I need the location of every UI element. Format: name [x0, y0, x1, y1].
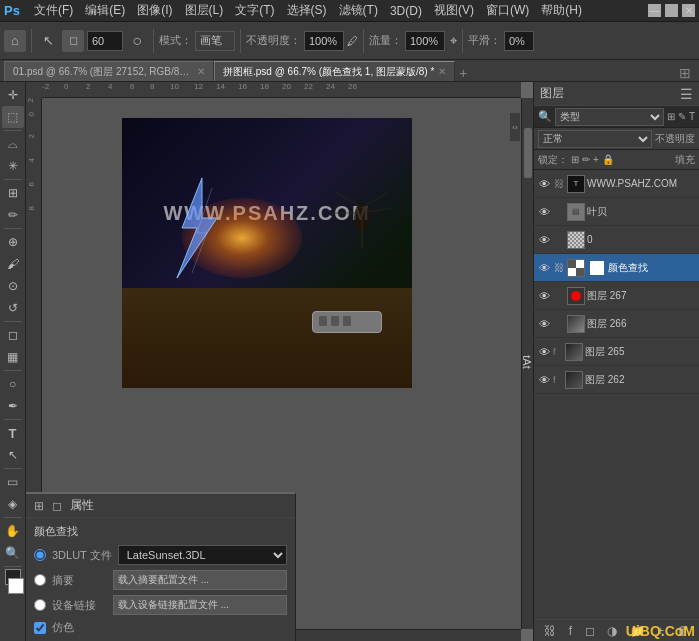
tool-text[interactable]: T [2, 422, 24, 444]
home-icon[interactable]: ⌂ [4, 30, 26, 52]
tool-shape[interactable]: ▭ [2, 471, 24, 493]
search-icon: 🔍 [538, 110, 552, 123]
opacity-icon[interactable]: 🖊 [347, 35, 358, 47]
tool-options[interactable]: ◻ [62, 30, 84, 52]
layers-filter-icon2[interactable]: ✎ [678, 111, 686, 122]
blend-mode-select[interactable]: 正常 [538, 130, 652, 148]
tool-heal[interactable]: ⊕ [2, 231, 24, 253]
lock-all-icon[interactable]: 🔒 [602, 154, 614, 165]
lock-position-icon[interactable]: + [593, 154, 599, 165]
layer-item-6[interactable]: 👁 f 图层 265 [534, 338, 699, 366]
layer-item-5[interactable]: 👁 图层 266 [534, 310, 699, 338]
menu-text[interactable]: 文字(T) [229, 2, 280, 19]
brush-size-input[interactable]: 60 [87, 31, 123, 51]
layer-item-7[interactable]: 👁 f 图层 262 [534, 366, 699, 394]
flow-value[interactable]: 100% [405, 31, 445, 51]
layer-2-chain[interactable] [553, 234, 565, 246]
mode-select[interactable]: 画笔 [195, 31, 235, 51]
ruler-n-18: 18 [260, 82, 269, 91]
tool-hand[interactable]: ✋ [2, 520, 24, 542]
layer-2-eye[interactable]: 👁 [537, 233, 551, 247]
tool-move[interactable]: ✛ [2, 84, 24, 106]
tool-eraser[interactable]: ◻ [2, 324, 24, 346]
tool-3d[interactable]: ◈ [2, 493, 24, 515]
layer-link-icon[interactable]: ⛓ [544, 624, 556, 638]
layer-item-1[interactable]: 👁 ▤ 叶贝 [534, 198, 699, 226]
tab-01psd[interactable]: 01.psd @ 66.7% (图层 27152, RGB/8#) * ✕ [4, 61, 214, 81]
layers-filter-icon1[interactable]: ⊞ [667, 111, 675, 122]
opacity-value[interactable]: 100% [304, 31, 344, 51]
minimize-button[interactable]: — [648, 4, 661, 17]
smooth-value[interactable]: 0% [504, 31, 534, 51]
layer-mask-icon[interactable]: ◻ [585, 624, 595, 638]
tool-stamp[interactable]: ⊙ [2, 275, 24, 297]
tool-brush[interactable]: 🖌 [2, 253, 24, 275]
tool-arrow[interactable]: ↖ [37, 30, 59, 52]
menu-file[interactable]: 文件(F) [28, 2, 79, 19]
brush-preview[interactable]: ○ [126, 30, 148, 52]
layer-item-2[interactable]: 👁 0 [534, 226, 699, 254]
tool-gradient[interactable]: ▦ [2, 346, 24, 368]
tool-crop[interactable]: ⊞ [2, 182, 24, 204]
layer-4-chain[interactable] [553, 290, 565, 302]
tab-01psd-close[interactable]: ✕ [197, 66, 205, 77]
layer-item-3[interactable]: 👁 ⛓ 颜色查找 [534, 254, 699, 282]
tool-eyedropper[interactable]: ✏ [2, 204, 24, 226]
tool-zoom[interactable]: 🔍 [2, 542, 24, 564]
maximize-button[interactable] [665, 4, 678, 17]
layers-filter-icon3[interactable]: T [689, 111, 695, 122]
layer-1-chain[interactable] [553, 206, 565, 218]
lut-3d-select[interactable]: LateSunset.3DL [118, 545, 287, 565]
menu-image[interactable]: 图像(I) [131, 2, 178, 19]
menu-window[interactable]: 窗口(W) [480, 2, 535, 19]
tool-history[interactable]: ↺ [2, 297, 24, 319]
device-link-btn[interactable]: 载入设备链接配置文件 ... [113, 595, 287, 615]
tool-path-select[interactable]: ↖ [2, 444, 24, 466]
menu-edit[interactable]: 编辑(E) [79, 2, 131, 19]
layer-6-eye[interactable]: 👁 [537, 345, 551, 359]
layer-4-eye[interactable]: 👁 [537, 289, 551, 303]
layer-adj-icon[interactable]: ◑ [607, 624, 617, 638]
background-color[interactable] [8, 578, 24, 594]
tab-arrange-icon[interactable]: ⊞ [679, 65, 695, 81]
canvas-image[interactable]: WWW.PSAHZ.COM [122, 118, 412, 388]
tool-lasso[interactable]: ⌓ [2, 133, 24, 155]
layer-5-eye[interactable]: 👁 [537, 317, 551, 331]
menu-3d[interactable]: 3D(D) [384, 4, 428, 18]
layer-item-0[interactable]: 👁 ⛓ T WWW.PSAHZ.COM [534, 170, 699, 198]
menu-view[interactable]: 视图(V) [428, 2, 480, 19]
abstract-radio[interactable] [34, 574, 46, 586]
lock-transparent-icon[interactable]: ⊞ [571, 154, 579, 165]
menu-help[interactable]: 帮助(H) [535, 2, 588, 19]
tool-dodge[interactable]: ○ [2, 373, 24, 395]
device-link-radio[interactable] [34, 599, 46, 611]
layer-0-eye[interactable]: 👁 [537, 177, 551, 191]
layer-fx-icon[interactable]: f [569, 624, 572, 638]
close-button[interactable]: ✕ [682, 4, 695, 17]
layer-5-chain[interactable] [553, 318, 565, 330]
layer-7-eye[interactable]: 👁 [537, 373, 551, 387]
layer-3-eye[interactable]: 👁 [537, 261, 551, 275]
layer-item-4[interactable]: 👁 图层 267 [534, 282, 699, 310]
layer-0-chain[interactable]: ⛓ [553, 178, 565, 190]
tab-pinjiguan-close[interactable]: ✕ [438, 66, 446, 77]
tab-pinjiguan[interactable]: 拼图框.psd @ 66.7% (颜色查找 1, 图层蒙版/8) * ✕ [214, 61, 455, 81]
layer-1-eye[interactable]: 👁 [537, 205, 551, 219]
layers-type-select[interactable]: 类型 [555, 108, 664, 126]
layer-3-chain[interactable]: ⛓ [553, 262, 565, 274]
menu-select[interactable]: 选择(S) [281, 2, 333, 19]
airbrush-icon[interactable]: ⌖ [450, 33, 457, 49]
menu-filter[interactable]: 滤镜(T) [333, 2, 384, 19]
tab-add-icon[interactable]: + [459, 65, 467, 81]
abstract-btn[interactable]: 载入摘要配置文件 ... [113, 570, 287, 590]
layers-menu-icon[interactable]: ☰ [680, 86, 693, 102]
tool-pen[interactable]: ✒ [2, 395, 24, 417]
lut-3d-radio[interactable] [34, 549, 46, 561]
tool-magic-wand[interactable]: ✳ [2, 155, 24, 177]
tool-rect-select[interactable]: ⬚ [2, 106, 24, 128]
menu-layer[interactable]: 图层(L) [179, 2, 230, 19]
scrollbar-v-thumb[interactable] [524, 128, 532, 178]
lock-brush-icon[interactable]: ✏ [582, 154, 590, 165]
panel-collapse-btn[interactable]: ‹› [509, 112, 521, 142]
dither-checkbox[interactable] [34, 622, 46, 634]
